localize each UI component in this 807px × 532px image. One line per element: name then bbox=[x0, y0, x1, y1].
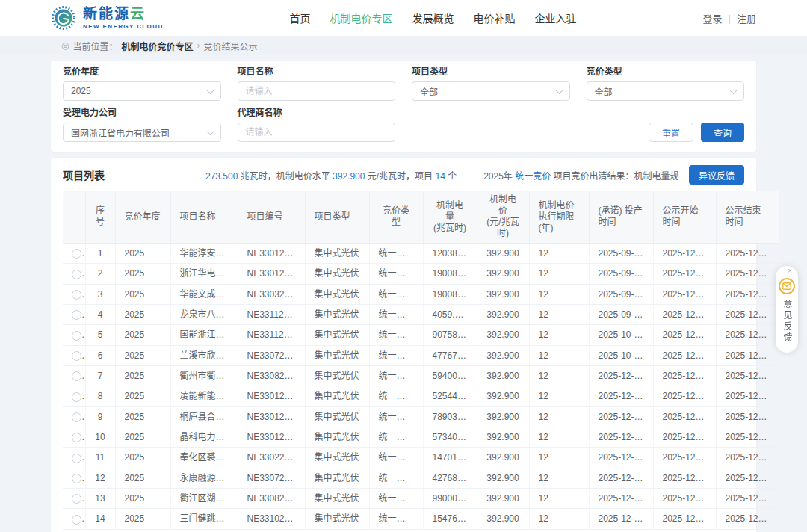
table-cell: 集中式光伏 bbox=[305, 264, 369, 284]
column-header: 公示结束时间 bbox=[716, 191, 779, 244]
table-cell: 12 bbox=[529, 365, 589, 386]
table-cell: 统一竞价 bbox=[369, 365, 423, 386]
table-cell: 392.900 bbox=[477, 244, 529, 264]
table-cell: 2025-12-11 bbox=[716, 509, 779, 529]
row-radio[interactable] bbox=[72, 331, 81, 341]
table-cell: 2025-12-31 bbox=[589, 488, 653, 508]
row-radio[interactable] bbox=[72, 454, 81, 463]
table-cell: 2025 bbox=[115, 468, 170, 488]
location-icon: ◎ bbox=[61, 40, 69, 51]
mail-icon bbox=[779, 278, 795, 294]
auth-divider: | bbox=[729, 13, 731, 24]
row-radio[interactable] bbox=[72, 392, 81, 402]
table-cell: NE330824000005 bbox=[238, 365, 305, 386]
table-cell: 2025 bbox=[115, 264, 170, 284]
table-cell: 集中式光伏 bbox=[305, 244, 369, 264]
chevron-down-icon bbox=[555, 87, 563, 94]
table-cell: 2025-10-13 bbox=[589, 345, 653, 365]
logo[interactable]: 新能源云 NEW ENERGY CLOUD bbox=[51, 5, 164, 31]
table-cell: 392.900 bbox=[477, 284, 529, 304]
table-cell: 392.900 bbox=[477, 509, 529, 529]
table-cell: 2025-12-08 bbox=[653, 345, 716, 365]
table-cell: 统一竞价 bbox=[369, 509, 423, 529]
table-cell: 99000.000 bbox=[423, 488, 477, 508]
breadcrumb-section[interactable]: 机制电价竞价专区 bbox=[122, 40, 194, 52]
table-cell: 桐庐县合村乡80M... bbox=[170, 406, 238, 427]
row-radio[interactable] bbox=[72, 270, 81, 279]
table-cell: 晶科电力建德三都... bbox=[170, 427, 238, 447]
nav-item[interactable]: 发展概览 bbox=[412, 10, 454, 25]
row-radio[interactable] bbox=[72, 515, 81, 525]
radio-cell bbox=[63, 488, 85, 508]
row-radio[interactable] bbox=[72, 249, 81, 259]
table-cell: 统一竞价 bbox=[369, 468, 423, 488]
table-cell: 统一竞价 bbox=[369, 345, 423, 365]
filter-label: 受理电力公司 bbox=[63, 108, 221, 118]
filter-input[interactable] bbox=[238, 81, 396, 101]
nav-item[interactable]: 机制电价专区 bbox=[330, 10, 393, 25]
row-radio[interactable] bbox=[72, 371, 81, 381]
filter-panel: 重置 查询 竞价年度2025项目名称项目类型全部竞价类型全部受理电力公司国网浙江… bbox=[51, 61, 756, 152]
table-cell: 国能浙江遂昌一期... bbox=[170, 325, 238, 345]
filter-label: 竞价类型 bbox=[587, 67, 745, 77]
row-radio[interactable] bbox=[72, 494, 81, 504]
table-cell: 12 bbox=[529, 427, 589, 447]
row-radio[interactable] bbox=[72, 433, 81, 442]
table-cell: 19008.000 bbox=[423, 284, 477, 304]
table-cell: 2025-12-08 bbox=[653, 488, 716, 508]
column-header: 项目类型 bbox=[305, 191, 369, 244]
login-link[interactable]: 登录 bbox=[703, 11, 723, 25]
table-cell: 47767.404 bbox=[423, 345, 477, 365]
search-button[interactable]: 查询 bbox=[701, 123, 744, 142]
table-cell: 龙泉市八都镇龙竹... bbox=[170, 304, 238, 324]
table-cell: 392.900 bbox=[477, 468, 529, 488]
table-cell: 12 bbox=[529, 386, 589, 406]
table-row: 12025华能淳安汾口茅屏...NE330123000027集中式光伏统一竞价1… bbox=[63, 244, 779, 264]
table-cell: 57340.800 bbox=[423, 427, 477, 447]
main-content: 重置 查询 竞价年度2025项目名称项目类型全部竞价类型全部受理电力公司国网浙江… bbox=[51, 61, 756, 532]
column-header: 序号 bbox=[85, 191, 115, 244]
table-row: 22025浙江华电桐庐钟山...NE330123000029集中式光伏统一竞价1… bbox=[63, 264, 779, 284]
feedback-widget[interactable]: × 意见反馈 bbox=[776, 266, 798, 353]
table-cell: 2025 bbox=[115, 386, 170, 406]
column-header: 机制电量 (兆瓦时) bbox=[423, 191, 477, 244]
table-cell: 集中式光伏 bbox=[305, 427, 369, 447]
filter-input[interactable] bbox=[238, 123, 396, 142]
logo-icon bbox=[51, 5, 76, 31]
table-cell: 2025-12-11 bbox=[716, 345, 779, 365]
reset-button[interactable]: 重置 bbox=[649, 123, 693, 142]
table-cell: 2025 bbox=[115, 406, 170, 427]
close-icon[interactable]: × bbox=[788, 267, 792, 275]
filter-select[interactable]: 全部 bbox=[412, 81, 570, 101]
table-cell: 2025-09-29 bbox=[589, 284, 653, 304]
register-link[interactable]: 注册 bbox=[737, 11, 756, 25]
nav-item[interactable]: 企业入驻 bbox=[535, 10, 577, 25]
filter-select[interactable]: 全部 bbox=[587, 81, 745, 101]
table-cell: 统一竞价 bbox=[369, 304, 423, 324]
filter-select[interactable]: 国网浙江省电力有限公司 bbox=[63, 123, 221, 142]
table-cell: 12 bbox=[529, 448, 589, 468]
table-cell: 392.900 bbox=[477, 488, 529, 508]
table-cell: 集中式光伏 bbox=[305, 406, 369, 427]
row-radio[interactable] bbox=[72, 474, 81, 483]
table-cell: 392.900 bbox=[477, 365, 529, 386]
table-cell: 2025-12-11 bbox=[716, 488, 779, 508]
table-cell: NE330123000011 bbox=[238, 427, 305, 447]
row-radio[interactable] bbox=[72, 310, 81, 320]
table-cell: 2025-12-14 bbox=[589, 365, 653, 386]
filter-select[interactable]: 2025 bbox=[63, 81, 221, 101]
nav-item[interactable]: 电价补贴 bbox=[474, 10, 516, 25]
objection-feedback-button[interactable]: 异议反馈 bbox=[689, 165, 744, 185]
table-cell: 2025-12-08 bbox=[653, 284, 716, 304]
list-title: 项目列表 bbox=[63, 167, 105, 182]
row-radio[interactable] bbox=[72, 351, 81, 361]
table-cell: 2025-12-08 bbox=[653, 365, 716, 386]
row-radio[interactable] bbox=[72, 412, 81, 422]
logo-title: 新能源云 bbox=[83, 7, 164, 21]
radio-cell bbox=[63, 427, 85, 447]
table-cell: 统一竞价 bbox=[369, 244, 423, 264]
nav-item[interactable]: 首页 bbox=[290, 10, 311, 25]
table-cell: 392.900 bbox=[477, 406, 529, 427]
row-radio[interactable] bbox=[72, 290, 81, 300]
table-cell: 2025-12-08 bbox=[653, 304, 716, 324]
